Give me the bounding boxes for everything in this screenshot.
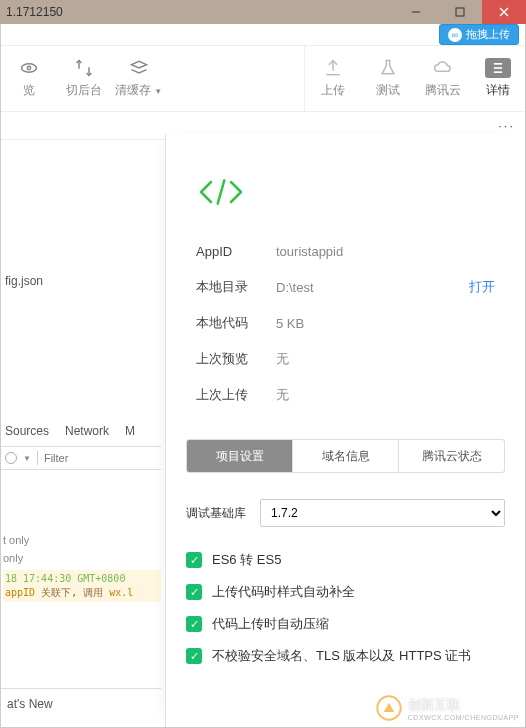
title-bar: 1.1712150 <box>0 0 526 24</box>
meta-row-localdir: 本地目录 D:\test 打开 <box>196 269 495 305</box>
eye-icon <box>19 58 39 78</box>
flask-icon <box>378 58 398 78</box>
option-no-verify[interactable]: ✓不校验安全域名、TLS 版本以及 HTTPS 证书 <box>186 647 505 665</box>
watermark: 创新互联 CDXWCX.COM/CHENGDUAPP <box>376 695 519 721</box>
watermark-brand: 创新互联 <box>408 696 519 714</box>
tab-more[interactable]: M <box>125 424 135 438</box>
tab-domain-info[interactable]: 域名信息 <box>293 440 399 472</box>
layers-icon <box>129 58 149 78</box>
tab-project-settings[interactable]: 项目设置 <box>187 440 293 472</box>
drag-upload-label: 拖拽上传 <box>466 27 510 42</box>
whats-new[interactable]: at's New <box>1 688 161 719</box>
watermark-sub: CDXWCX.COM/CHENGDUAPP <box>408 714 519 721</box>
watermark-logo-icon <box>376 695 402 721</box>
option-es6[interactable]: ✓ES6 转 ES5 <box>186 551 505 569</box>
svg-point-5 <box>27 66 30 69</box>
drag-upload-button[interactable]: ∞ 拖拽上传 <box>439 24 519 45</box>
project-meta: AppID touristappid 本地目录 D:\test 打开 本地代码 … <box>166 223 525 423</box>
tab-network[interactable]: Network <box>65 424 109 438</box>
project-options: ✓ES6 转 ES5 ✓上传代码时样式自动补全 ✓代码上传时自动压缩 ✓不校验安… <box>166 527 525 689</box>
file-item[interactable]: fig.json <box>5 274 161 288</box>
base-library-label: 调试基础库 <box>186 505 246 522</box>
console-warning: 18 17:44:30 GMT+0800 appID 关联下, 调用 wx.l <box>3 570 161 602</box>
meta-row-lastpreview: 上次预览 无 <box>196 341 495 377</box>
upload-icon <box>323 58 343 78</box>
minimize-button[interactable] <box>394 0 438 24</box>
main-toolbar: 览 切后台 清缓存 ▼ 上传 测试 腾讯云 <box>1 46 525 112</box>
check-icon: ✓ <box>186 616 202 632</box>
devtools-tabs: Sources Network M <box>1 424 161 438</box>
menu-icon <box>485 58 511 78</box>
base-library-row: 调试基础库 1.7.2 <box>166 473 525 527</box>
detail-panel: AppID touristappid 本地目录 D:\test 打开 本地代码 … <box>165 134 525 727</box>
swap-icon <box>74 58 94 78</box>
console-output: t only only 18 17:44:30 GMT+0800 appID 关… <box>1 534 161 602</box>
close-button[interactable] <box>482 0 526 24</box>
base-library-select[interactable]: 1.7.2 <box>260 499 505 527</box>
toolbar-upload[interactable]: 上传 <box>305 46 360 111</box>
svg-line-9 <box>218 180 225 203</box>
filter-input[interactable] <box>44 452 134 464</box>
tab-sources[interactable]: Sources <box>5 424 49 438</box>
console-line: t only <box>3 534 161 546</box>
chevron-down-icon: ▼ <box>154 87 162 96</box>
svg-point-4 <box>21 64 36 72</box>
option-auto-compress[interactable]: ✓代码上传时自动压缩 <box>186 615 505 633</box>
toolbar-test[interactable]: 测试 <box>360 46 415 111</box>
meta-row-localcode: 本地代码 5 KB <box>196 305 495 341</box>
toolbar-tencent-cloud[interactable]: 腾讯云 <box>415 46 470 111</box>
separator <box>37 451 38 465</box>
settings-tabs: 项目设置 域名信息 腾讯云状态 <box>186 439 505 473</box>
toolbar-background[interactable]: 切后台 <box>56 46 111 111</box>
chevron-down-icon[interactable]: ▼ <box>23 454 31 463</box>
check-icon: ✓ <box>186 552 202 568</box>
toolbar-detail[interactable]: 详情 <box>470 46 525 111</box>
code-logo <box>166 134 525 223</box>
meta-row-lastupload: 上次上传 无 <box>196 377 495 413</box>
cloud-icon <box>433 58 453 78</box>
record-icon[interactable] <box>5 452 17 464</box>
window-title: 1.1712150 <box>6 5 63 19</box>
meta-row-appid: AppID touristappid <box>196 233 495 269</box>
open-folder-link[interactable]: 打开 <box>469 278 495 296</box>
cloud-icon: ∞ <box>448 28 462 42</box>
overflow-icon[interactable]: ··· <box>498 118 515 133</box>
check-icon: ✓ <box>186 648 202 664</box>
option-style-autocomplete[interactable]: ✓上传代码时样式自动补全 <box>186 583 505 601</box>
tab-cloud-status[interactable]: 腾讯云状态 <box>399 440 504 472</box>
check-icon: ✓ <box>186 584 202 600</box>
maximize-button[interactable] <box>438 0 482 24</box>
toolbar-clear-cache[interactable]: 清缓存 ▼ <box>111 46 166 111</box>
console-toolbar: ▼ <box>1 446 161 470</box>
console-line: only <box>3 552 161 564</box>
toolbar-preview[interactable]: 览 <box>1 46 56 111</box>
svg-rect-1 <box>456 8 464 16</box>
